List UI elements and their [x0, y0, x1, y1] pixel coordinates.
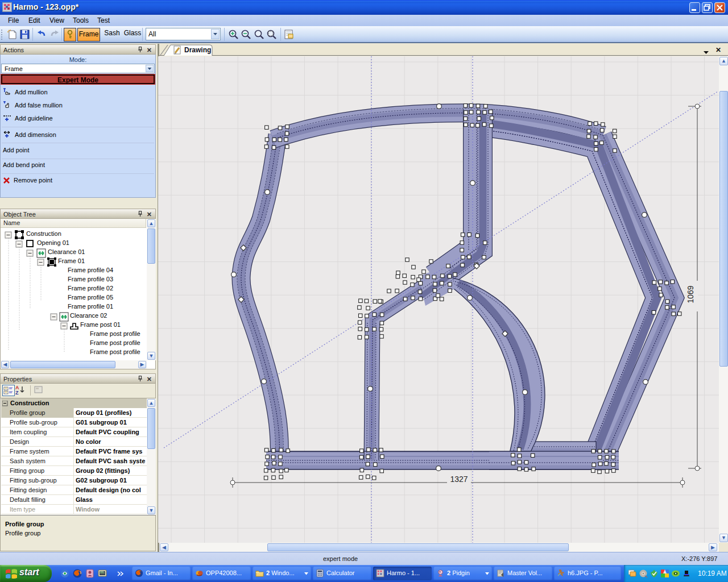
svg-text:1069: 1069 [686, 285, 695, 303]
svg-text:Z: Z [15, 390, 19, 395]
svg-text:1327: 1327 [450, 475, 468, 484]
